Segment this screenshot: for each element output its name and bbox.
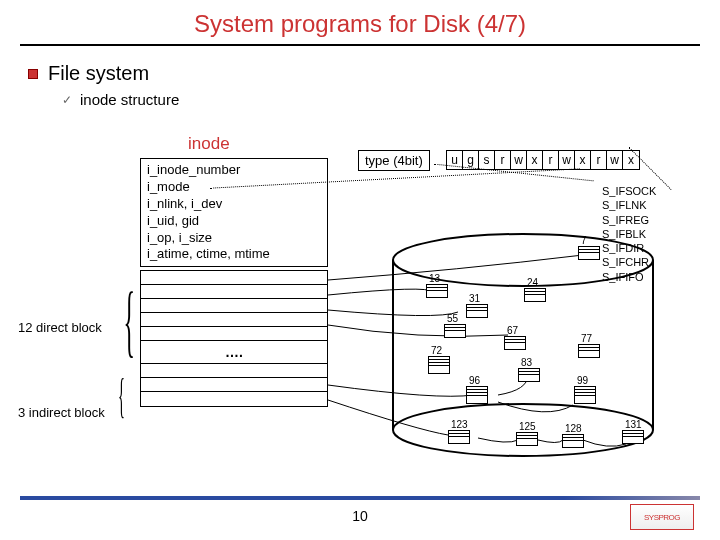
perm-w: w (511, 151, 527, 169)
indirect-block-label: 3 indirect block (18, 405, 105, 420)
direct-block-label: 12 direct block (18, 320, 102, 335)
logo: SYSPROG (630, 504, 694, 530)
type-box: type (4bit) (358, 150, 430, 171)
disk-block: 13 (426, 284, 448, 298)
type-sock: S_IFSOCK (602, 184, 656, 198)
block-pointers-box: …. (140, 270, 328, 407)
perm-r: r (591, 151, 607, 169)
check-icon: ✓ (62, 93, 72, 107)
disk-block: 67 (504, 336, 526, 350)
field-uid-gid: i_uid, gid (147, 213, 321, 230)
field-times: i_atime, ctime, mtime (147, 246, 321, 263)
perm-w: w (607, 151, 623, 169)
disk-block: 31 (466, 304, 488, 318)
disk-block: 123 (448, 430, 470, 444)
page-number: 10 (0, 508, 720, 524)
type-reg: S_IFREG (602, 213, 656, 227)
footer-rule (20, 496, 700, 500)
bullet-file-system: File system (28, 62, 720, 85)
perm-s: s (479, 151, 495, 169)
disk-block: 7 (578, 246, 600, 260)
disk-block: 96 (466, 386, 488, 404)
field-inode-number: i_inode_number (147, 162, 321, 179)
perm-r: r (495, 151, 511, 169)
slide-title: System programs for Disk (4/7) (0, 0, 720, 44)
perm-w: w (559, 151, 575, 169)
field-op-size: i_op, i_size (147, 230, 321, 247)
disk-block: 72 (428, 356, 450, 374)
disk-block: 131 (622, 430, 644, 444)
inode-header: inode (188, 134, 230, 154)
disk-block: 99 (574, 386, 596, 404)
bullet-inode-structure: ✓ inode structure (62, 91, 720, 108)
bullet-square-icon (28, 69, 38, 79)
perm-x: x (527, 151, 543, 169)
disk-block: 125 (516, 432, 538, 446)
ellipsis: …. (141, 341, 327, 364)
title-rule (20, 44, 700, 46)
disk-diagram: 7 13 24 31 55 67 77 72 83 96 99 123 125 … (378, 230, 668, 460)
brace-icon: { (118, 368, 125, 423)
disk-block: 55 (444, 324, 466, 338)
brace-icon: { (123, 275, 135, 366)
type-lnk: S_IFLNK (602, 198, 656, 212)
disk-block: 128 (562, 434, 584, 448)
sub-bullet-text: inode structure (80, 91, 179, 108)
bullet-text: File system (48, 62, 149, 85)
inode-fields-box: i_inode_number i_mode i_nlink, i_dev i_u… (140, 158, 328, 267)
disk-block: 24 (524, 288, 546, 302)
perm-r: r (543, 151, 559, 169)
field-nlink-dev: i_nlink, i_dev (147, 196, 321, 213)
disk-block: 77 (578, 344, 600, 358)
disk-block: 83 (518, 368, 540, 382)
perm-x: x (575, 151, 591, 169)
